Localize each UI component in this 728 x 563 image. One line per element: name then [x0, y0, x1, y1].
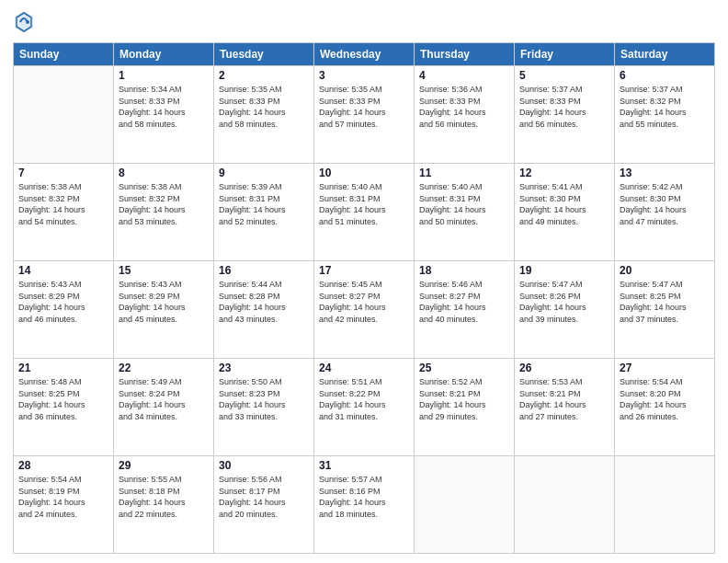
day-info: Sunrise: 5:40 AM Sunset: 8:31 PM Dayligh… — [319, 181, 409, 227]
day-info: Sunrise: 5:49 AM Sunset: 8:24 PM Dayligh… — [119, 376, 209, 422]
day-number: 17 — [319, 264, 409, 277]
calendar-cell: 1Sunrise: 5:34 AM Sunset: 8:33 PM Daylig… — [114, 66, 214, 164]
calendar-cell: 26Sunrise: 5:53 AM Sunset: 8:21 PM Dayli… — [515, 359, 615, 456]
weekday-header-monday: Monday — [114, 43, 214, 66]
day-number: 23 — [219, 362, 309, 374]
svg-point-2 — [26, 20, 29, 24]
day-number: 26 — [519, 362, 609, 374]
calendar-cell — [415, 456, 515, 554]
calendar-cell: 20Sunrise: 5:47 AM Sunset: 8:25 PM Dayli… — [615, 261, 715, 359]
day-number: 9 — [219, 167, 309, 179]
calendar-cell: 11Sunrise: 5:40 AM Sunset: 8:31 PM Dayli… — [415, 164, 515, 261]
week-row-1: 1Sunrise: 5:34 AM Sunset: 8:33 PM Daylig… — [14, 66, 715, 164]
day-info: Sunrise: 5:56 AM Sunset: 8:17 PM Dayligh… — [219, 474, 309, 520]
calendar-cell: 13Sunrise: 5:42 AM Sunset: 8:30 PM Dayli… — [615, 164, 715, 261]
logo — [13, 9, 39, 35]
day-number: 24 — [319, 362, 409, 374]
day-number: 14 — [18, 264, 108, 277]
day-number: 20 — [620, 264, 710, 277]
calendar-cell: 19Sunrise: 5:47 AM Sunset: 8:26 PM Dayli… — [515, 261, 615, 359]
calendar-cell: 31Sunrise: 5:57 AM Sunset: 8:16 PM Dayli… — [314, 456, 415, 554]
day-number: 11 — [419, 167, 509, 179]
calendar-cell: 27Sunrise: 5:54 AM Sunset: 8:20 PM Dayli… — [615, 359, 715, 456]
day-number: 10 — [319, 167, 409, 179]
day-info: Sunrise: 5:45 AM Sunset: 8:27 PM Dayligh… — [319, 279, 409, 325]
day-number: 21 — [18, 362, 108, 374]
day-info: Sunrise: 5:53 AM Sunset: 8:21 PM Dayligh… — [519, 376, 609, 422]
day-info: Sunrise: 5:43 AM Sunset: 8:29 PM Dayligh… — [18, 279, 108, 325]
day-info: Sunrise: 5:52 AM Sunset: 8:21 PM Dayligh… — [419, 376, 509, 422]
day-info: Sunrise: 5:55 AM Sunset: 8:18 PM Dayligh… — [119, 474, 209, 520]
calendar-page: SundayMondayTuesdayWednesdayThursdayFrid… — [0, 0, 728, 563]
day-number: 2 — [219, 69, 309, 82]
calendar-cell: 25Sunrise: 5:52 AM Sunset: 8:21 PM Dayli… — [415, 359, 515, 456]
day-number: 19 — [519, 264, 609, 277]
day-info: Sunrise: 5:41 AM Sunset: 8:30 PM Dayligh… — [519, 181, 609, 227]
calendar-cell: 9Sunrise: 5:39 AM Sunset: 8:31 PM Daylig… — [214, 164, 314, 261]
calendar-cell: 14Sunrise: 5:43 AM Sunset: 8:29 PM Dayli… — [14, 261, 114, 359]
calendar-cell — [515, 456, 615, 554]
weekday-header-sunday: Sunday — [14, 43, 114, 66]
weekday-header-saturday: Saturday — [615, 43, 715, 66]
calendar-cell: 23Sunrise: 5:50 AM Sunset: 8:23 PM Dayli… — [214, 359, 314, 456]
calendar-cell: 18Sunrise: 5:46 AM Sunset: 8:27 PM Dayli… — [415, 261, 515, 359]
weekday-header-tuesday: Tuesday — [214, 43, 314, 66]
day-info: Sunrise: 5:39 AM Sunset: 8:31 PM Dayligh… — [219, 181, 309, 227]
day-number: 7 — [18, 167, 108, 179]
calendar-cell: 24Sunrise: 5:51 AM Sunset: 8:22 PM Dayli… — [314, 359, 415, 456]
logo-icon — [13, 9, 35, 35]
day-info: Sunrise: 5:35 AM Sunset: 8:33 PM Dayligh… — [319, 84, 409, 130]
calendar-cell: 29Sunrise: 5:55 AM Sunset: 8:18 PM Dayli… — [114, 456, 214, 554]
day-info: Sunrise: 5:44 AM Sunset: 8:28 PM Dayligh… — [219, 279, 309, 325]
weekday-header-thursday: Thursday — [415, 43, 515, 66]
day-number: 25 — [419, 362, 509, 374]
calendar-cell: 2Sunrise: 5:35 AM Sunset: 8:33 PM Daylig… — [214, 66, 314, 164]
calendar-cell: 21Sunrise: 5:48 AM Sunset: 8:25 PM Dayli… — [14, 359, 114, 456]
day-number: 28 — [18, 459, 108, 472]
day-number: 22 — [119, 362, 209, 374]
day-number: 3 — [319, 69, 409, 82]
svg-marker-0 — [15, 11, 33, 33]
day-info: Sunrise: 5:40 AM Sunset: 8:31 PM Dayligh… — [419, 181, 509, 227]
day-info: Sunrise: 5:50 AM Sunset: 8:23 PM Dayligh… — [219, 376, 309, 422]
day-number: 18 — [419, 264, 509, 277]
calendar-cell: 7Sunrise: 5:38 AM Sunset: 8:32 PM Daylig… — [14, 164, 114, 261]
calendar-cell: 15Sunrise: 5:43 AM Sunset: 8:29 PM Dayli… — [114, 261, 214, 359]
calendar-cell: 10Sunrise: 5:40 AM Sunset: 8:31 PM Dayli… — [314, 164, 415, 261]
weekday-header-friday: Friday — [515, 43, 615, 66]
calendar-cell: 12Sunrise: 5:41 AM Sunset: 8:30 PM Dayli… — [515, 164, 615, 261]
day-info: Sunrise: 5:37 AM Sunset: 8:33 PM Dayligh… — [519, 84, 609, 130]
calendar-cell: 3Sunrise: 5:35 AM Sunset: 8:33 PM Daylig… — [314, 66, 415, 164]
day-number: 4 — [419, 69, 509, 82]
day-info: Sunrise: 5:38 AM Sunset: 8:32 PM Dayligh… — [18, 181, 108, 227]
day-info: Sunrise: 5:46 AM Sunset: 8:27 PM Dayligh… — [419, 279, 509, 325]
calendar-cell: 22Sunrise: 5:49 AM Sunset: 8:24 PM Dayli… — [114, 359, 214, 456]
day-info: Sunrise: 5:43 AM Sunset: 8:29 PM Dayligh… — [119, 279, 209, 325]
day-number: 8 — [119, 167, 209, 179]
day-info: Sunrise: 5:54 AM Sunset: 8:20 PM Dayligh… — [620, 376, 710, 422]
day-info: Sunrise: 5:47 AM Sunset: 8:25 PM Dayligh… — [620, 279, 710, 325]
day-info: Sunrise: 5:35 AM Sunset: 8:33 PM Dayligh… — [219, 84, 309, 130]
weekday-header-wednesday: Wednesday — [314, 43, 415, 66]
calendar-cell: 17Sunrise: 5:45 AM Sunset: 8:27 PM Dayli… — [314, 261, 415, 359]
calendar-cell — [14, 66, 114, 164]
day-number: 1 — [119, 69, 209, 82]
day-number: 30 — [219, 459, 309, 472]
calendar-cell: 6Sunrise: 5:37 AM Sunset: 8:32 PM Daylig… — [615, 66, 715, 164]
week-row-5: 28Sunrise: 5:54 AM Sunset: 8:19 PM Dayli… — [14, 456, 715, 554]
day-number: 13 — [620, 167, 710, 179]
calendar-table: SundayMondayTuesdayWednesdayThursdayFrid… — [13, 42, 715, 554]
week-row-4: 21Sunrise: 5:48 AM Sunset: 8:25 PM Dayli… — [14, 359, 715, 456]
day-info: Sunrise: 5:42 AM Sunset: 8:30 PM Dayligh… — [620, 181, 710, 227]
day-info: Sunrise: 5:37 AM Sunset: 8:32 PM Dayligh… — [620, 84, 710, 130]
week-row-3: 14Sunrise: 5:43 AM Sunset: 8:29 PM Dayli… — [14, 261, 715, 359]
calendar-cell: 4Sunrise: 5:36 AM Sunset: 8:33 PM Daylig… — [415, 66, 515, 164]
calendar-cell: 5Sunrise: 5:37 AM Sunset: 8:33 PM Daylig… — [515, 66, 615, 164]
header — [13, 9, 715, 35]
day-info: Sunrise: 5:51 AM Sunset: 8:22 PM Dayligh… — [319, 376, 409, 422]
day-number: 27 — [620, 362, 710, 374]
day-number: 12 — [519, 167, 609, 179]
week-row-2: 7Sunrise: 5:38 AM Sunset: 8:32 PM Daylig… — [14, 164, 715, 261]
day-number: 6 — [620, 69, 710, 82]
day-number: 29 — [119, 459, 209, 472]
